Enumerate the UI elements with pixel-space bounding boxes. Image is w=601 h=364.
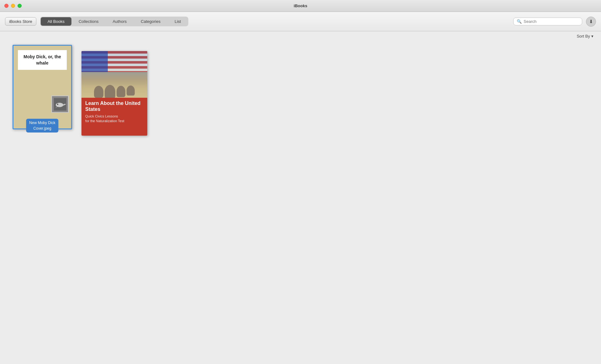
search-box: 🔍 — [513, 18, 582, 25]
title-bar: iBooks — [0, 0, 601, 12]
learn-us-title: Learn About the United States — [85, 100, 144, 112]
search-icon: 🔍 — [517, 19, 522, 24]
moby-whale-thumbnail — [51, 96, 69, 113]
moby-dick-cover: Moby Dick, or, the whale Herman Melville — [13, 45, 72, 129]
tab-collections[interactable]: Collections — [72, 17, 106, 26]
toolbar: iBooks Store All Books Collections Autho… — [0, 12, 601, 31]
rushmore-silhouettes — [81, 85, 147, 98]
svg-point-1 — [56, 103, 63, 107]
tab-all-books[interactable]: All Books — [41, 17, 71, 26]
sort-by-button[interactable]: Sort By ▾ — [577, 34, 593, 39]
svg-point-2 — [57, 104, 58, 105]
close-button[interactable] — [4, 4, 8, 8]
learn-us-cover-text: Learn About the United States Quick Civi… — [81, 98, 147, 136]
learn-us-cover-image — [81, 51, 147, 98]
book-item-moby-dick[interactable]: Moby Dick, or, the whale Herman Melville… — [13, 45, 72, 136]
maximize-button[interactable] — [18, 4, 22, 8]
learn-us-subtitle-2: for the Naturalization Test — [85, 119, 144, 123]
window-controls — [4, 4, 22, 8]
moby-dick-cover-wrapper: Moby Dick, or, the whale Herman Melville… — [13, 45, 72, 129]
tab-list[interactable]: List — [168, 17, 188, 26]
minimize-button[interactable] — [11, 4, 15, 8]
ibooks-store-button[interactable]: iBooks Store — [5, 17, 36, 26]
sort-by-label: Sort By — [577, 34, 590, 39]
tab-authors[interactable]: Authors — [106, 17, 134, 26]
learn-us-cover: Learn About the United States Quick Civi… — [81, 51, 147, 136]
sort-bar: Sort By ▾ — [0, 31, 601, 40]
moby-dick-author: Herman Melville — [13, 121, 71, 125]
tab-group: All Books Collections Authors Categories… — [40, 17, 189, 26]
moby-dick-title: Moby Dick, or, the whale — [18, 50, 67, 70]
book-item-learn-us[interactable]: Learn About the United States Quick Civi… — [81, 51, 147, 136]
search-input[interactable] — [524, 19, 579, 24]
learn-us-subtitle-1: Quick Civics Lessons — [85, 114, 144, 119]
books-grid: Moby Dick, or, the whale Herman Melville… — [0, 40, 601, 141]
tab-categories[interactable]: Categories — [134, 17, 167, 26]
download-button[interactable]: ⬇ — [586, 17, 596, 27]
window-title: iBooks — [294, 3, 307, 8]
sort-by-chevron-icon: ▾ — [591, 34, 593, 39]
